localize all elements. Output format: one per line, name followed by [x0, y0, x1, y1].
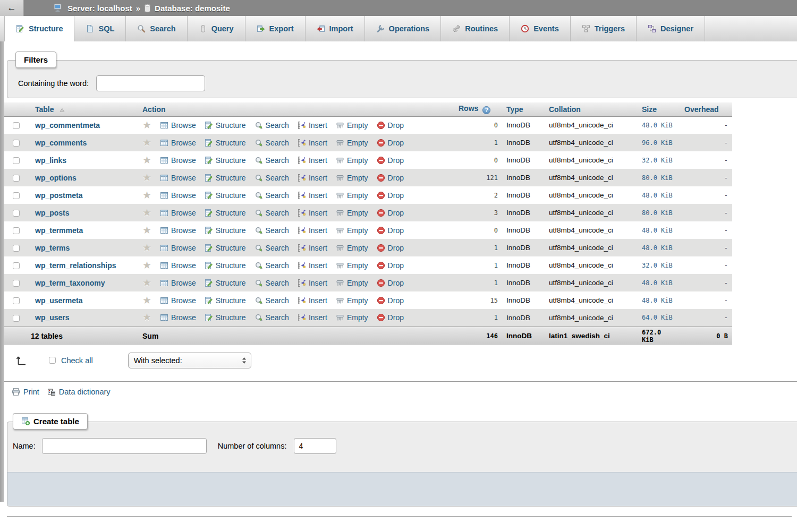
insert-link[interactable]: Insert	[298, 174, 327, 182]
tab-structure[interactable]: Structure	[4, 16, 74, 41]
tab-import[interactable]: Import	[306, 16, 365, 41]
table-name-link[interactable]: wp_posts	[35, 209, 70, 217]
insert-link[interactable]: Insert	[298, 156, 327, 165]
row-checkbox[interactable]	[13, 122, 20, 129]
browse-link[interactable]: Browse	[160, 313, 196, 322]
favorite-star-icon[interactable]: ★	[142, 121, 151, 130]
structure-link[interactable]: Structure	[205, 226, 246, 235]
browse-link[interactable]: Browse	[160, 296, 196, 305]
tab-operations[interactable]: Operations	[365, 16, 442, 41]
tab-search[interactable]: Search	[126, 16, 187, 41]
browse-link[interactable]: Browse	[160, 139, 196, 147]
drop-link[interactable]: Drop	[377, 191, 404, 200]
tab-designer[interactable]: Designer	[637, 16, 705, 41]
table-name-link[interactable]: wp_term_relationships	[35, 261, 116, 270]
empty-link[interactable]: Empty	[336, 296, 368, 305]
with-selected-select[interactable]: With selected:	[128, 353, 251, 368]
row-checkbox[interactable]	[13, 315, 20, 322]
data-dictionary-link[interactable]: Data dictionary	[47, 388, 111, 396]
structure-link[interactable]: Structure	[205, 296, 246, 305]
search-link[interactable]: Search	[255, 156, 289, 165]
search-link[interactable]: Search	[255, 191, 289, 200]
structure-link[interactable]: Structure	[205, 139, 246, 147]
favorite-star-icon[interactable]: ★	[142, 226, 151, 235]
drop-link[interactable]: Drop	[377, 313, 404, 322]
print-link[interactable]: Print	[12, 388, 39, 396]
favorite-star-icon[interactable]: ★	[142, 174, 151, 182]
row-checkbox[interactable]	[13, 175, 20, 182]
row-checkbox[interactable]	[13, 157, 20, 164]
insert-link[interactable]: Insert	[298, 313, 327, 322]
search-link[interactable]: Search	[255, 226, 289, 235]
search-link[interactable]: Search	[255, 121, 289, 130]
tab-events[interactable]: Events	[510, 16, 571, 41]
drop-link[interactable]: Drop	[377, 139, 404, 147]
row-checkbox[interactable]	[13, 262, 20, 269]
search-link[interactable]: Search	[255, 313, 289, 322]
header-size[interactable]: Size	[638, 102, 680, 116]
table-name-link[interactable]: wp_postmeta	[35, 191, 82, 200]
browse-link[interactable]: Browse	[160, 174, 196, 182]
empty-link[interactable]: Empty	[336, 121, 368, 130]
structure-link[interactable]: Structure	[205, 191, 246, 200]
table-name-link[interactable]: wp_users	[35, 313, 70, 322]
table-name-link[interactable]: wp_options	[35, 174, 77, 182]
empty-link[interactable]: Empty	[336, 244, 368, 252]
drop-link[interactable]: Drop	[377, 209, 404, 217]
structure-link[interactable]: Structure	[205, 313, 246, 322]
favorite-star-icon[interactable]: ★	[142, 244, 151, 252]
drop-link[interactable]: Drop	[377, 279, 404, 287]
server-breadcrumb-link[interactable]: Server: localhost	[67, 4, 132, 13]
insert-link[interactable]: Insert	[298, 244, 327, 252]
header-collation[interactable]: Collation	[545, 102, 638, 116]
tab-triggers[interactable]: Triggers	[571, 16, 637, 41]
row-checkbox[interactable]	[13, 280, 20, 287]
search-link[interactable]: Search	[255, 279, 289, 287]
table-name-link[interactable]: wp_termmeta	[35, 226, 83, 235]
insert-link[interactable]: Insert	[298, 209, 327, 217]
search-link[interactable]: Search	[255, 209, 289, 217]
structure-link[interactable]: Structure	[205, 279, 246, 287]
header-rows[interactable]: Rows?	[454, 102, 502, 116]
tab-query[interactable]: Query	[188, 16, 245, 41]
help-icon[interactable]: ?	[482, 106, 490, 114]
row-checkbox[interactable]	[13, 192, 20, 199]
table-name-link[interactable]: wp_commentmeta	[35, 121, 100, 130]
structure-link[interactable]: Structure	[205, 174, 246, 182]
header-type[interactable]: Type	[502, 102, 545, 116]
tab-sql[interactable]: SQL	[74, 16, 126, 41]
search-link[interactable]: Search	[255, 174, 289, 182]
tab-export[interactable]: Export	[245, 16, 306, 41]
empty-link[interactable]: Empty	[336, 174, 368, 182]
header-overhead[interactable]: Overhead	[680, 102, 732, 116]
favorite-star-icon[interactable]: ★	[142, 139, 151, 147]
columns-count-input[interactable]	[294, 438, 336, 454]
favorite-star-icon[interactable]: ★	[142, 261, 151, 270]
search-link[interactable]: Search	[255, 261, 289, 270]
drop-link[interactable]: Drop	[377, 226, 404, 235]
drop-link[interactable]: Drop	[377, 296, 404, 305]
tab-routines[interactable]: Routines	[441, 16, 510, 41]
nav-resize-strip[interactable]	[0, 41, 4, 502]
row-checkbox[interactable]	[13, 140, 20, 147]
structure-link[interactable]: Structure	[205, 121, 246, 130]
structure-link[interactable]: Structure	[205, 156, 246, 165]
favorite-star-icon[interactable]: ★	[142, 279, 151, 287]
empty-link[interactable]: Empty	[336, 156, 368, 165]
drop-link[interactable]: Drop	[377, 261, 404, 270]
structure-link[interactable]: Structure	[205, 244, 246, 252]
insert-link[interactable]: Insert	[298, 139, 327, 147]
insert-link[interactable]: Insert	[298, 279, 327, 287]
database-breadcrumb-link[interactable]: Database: demosite	[155, 4, 230, 13]
browse-link[interactable]: Browse	[160, 261, 196, 270]
browse-link[interactable]: Browse	[160, 226, 196, 235]
header-table[interactable]: Table	[31, 102, 138, 116]
empty-link[interactable]: Empty	[336, 279, 368, 287]
browse-link[interactable]: Browse	[160, 279, 196, 287]
insert-link[interactable]: Insert	[298, 261, 327, 270]
insert-link[interactable]: Insert	[298, 191, 327, 200]
structure-link[interactable]: Structure	[205, 209, 246, 217]
row-checkbox[interactable]	[13, 210, 20, 217]
structure-link[interactable]: Structure	[205, 261, 246, 270]
new-table-name-input[interactable]	[42, 438, 207, 454]
